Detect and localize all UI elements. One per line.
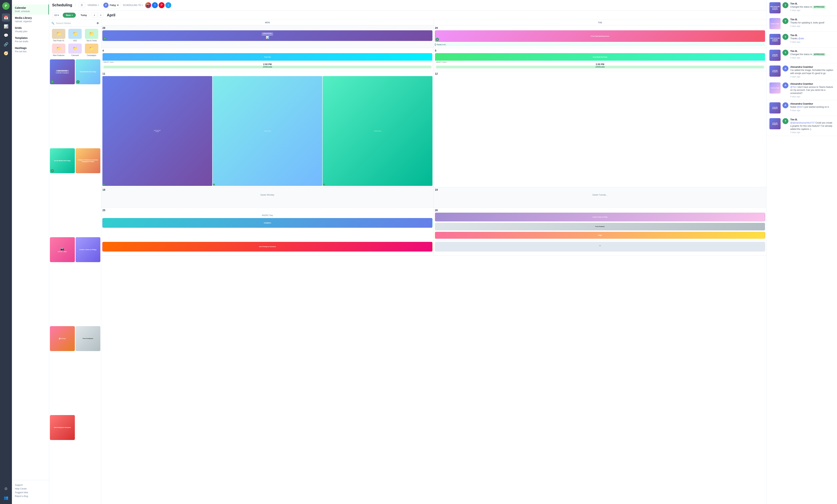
- media-search-bar: 🔍 ⚙: [49, 20, 101, 26]
- sidebar-item-templates[interactable]: Templates Pre-set drafts: [12, 35, 49, 45]
- search-icon: 🔍: [51, 22, 54, 24]
- avatar-alex-2: A: [782, 82, 788, 88]
- calendar-day-next1[interactable]: Auto Posting for Carousels: [101, 241, 434, 256]
- calendar-day-11[interactable]: 11 NEW FEATURE LinkedIn ✓: [101, 71, 434, 187]
- instagram-icon[interactable]: 📷: [145, 2, 151, 8]
- post-card-post-feedback[interactable]: Post Feedback: [435, 223, 765, 230]
- post-card-hashtags[interactable]: #ags: [435, 232, 765, 239]
- thanks-post[interactable]: Thanks to th...: [435, 43, 765, 46]
- nav-compass[interactable]: 🧭: [2, 49, 10, 57]
- activity-body-7: Alexandra Ceambur Noted @tim! I just sta…: [790, 102, 834, 113]
- calendar-day-4[interactable]: 4 Tricks Tips DRAFT: HAS... 2:00 PM APPR…: [101, 48, 434, 71]
- activity-thumb-3[interactable]: NEW FEATURELinkedIn Analytics: [769, 34, 781, 45]
- activity-thumb-5[interactable]: LinkedIn Analytics: [769, 66, 781, 77]
- nav-links[interactable]: 🔗: [2, 40, 10, 49]
- calendar-day-19[interactable]: 19 Easter Tuesda...: [434, 187, 766, 207]
- post-card-linkedin-analytics[interactable]: NEW FEATURE LinkedIn Analytics 📊 ✓: [102, 30, 432, 41]
- sidebar-item-calendar-subtitle: Draft, schedule: [15, 10, 46, 13]
- post-card-draft-5[interactable]: Social Media Red Flags DRAFT: SOCI... 2:…: [435, 53, 765, 69]
- media-panel: 🔍 ⚙ 📁 Test Posts #1 📁 UGC 📁 Tips & Trick…: [49, 20, 101, 504]
- activity-thumb-7[interactable]: LinkedIn Analytics: [769, 102, 781, 113]
- post-thumb-carousel[interactable]: Auto Posting for Carousels: [50, 415, 75, 440]
- calendar-day-12[interactable]: 12: [434, 71, 766, 187]
- calendar-day-29[interactable]: 29 A Four Step Marketing Funnel ✓ Thanks…: [434, 25, 766, 48]
- gear-icon[interactable]: ⚙: [96, 22, 99, 24]
- post-card-auto-posting[interactable]: Auto Posting for Carousels: [102, 242, 432, 251]
- post-thumb-social2[interactable]: Social Media Red Flags ✓: [50, 148, 75, 173]
- twitter-icon[interactable]: t: [165, 2, 171, 8]
- post-thumb-create-team[interactable]: Create a Team on Pallyy: [76, 237, 101, 262]
- post-thumb-11-1[interactable]: NEW FEATURE LinkedIn ✓: [102, 76, 212, 186]
- nav-calendar[interactable]: 📅: [2, 13, 10, 22]
- chevron-down-icon: ▾: [57, 14, 59, 17]
- calendar-day-26[interactable]: 26 Create a Team on Pallyy Post Feedback: [434, 208, 766, 241]
- calendar-day-28[interactable]: 28 NEW FEATURE LinkedIn Analytics 📊 ✓: [101, 25, 434, 48]
- folder-test-posts[interactable]: 📁 Test Posts #1: [51, 29, 66, 42]
- hamburger-button[interactable]: ☰: [78, 3, 85, 8]
- checkmark-icon-4: ✓: [103, 37, 106, 40]
- topbar-divider: [75, 3, 75, 7]
- post-thumb-instagram-tips[interactable]: 📷 Let's m... alize:: [50, 237, 75, 262]
- folder-tips-icon: 📁: [85, 29, 98, 39]
- post-card-draft-4[interactable]: Tricks Tips DRAFT: HAS... 2:00 PM APPROV…: [102, 53, 432, 69]
- folder-carousel[interactable]: 📁 Carousel: [68, 43, 82, 56]
- activity-text-4: Changed the status to APPROVED: [790, 53, 834, 56]
- new-post-button[interactable]: New +: [63, 13, 76, 18]
- nav-settings[interactable]: ⚙: [2, 485, 10, 493]
- post-thumb-social1[interactable]: Social Media Red Flags ✓: [76, 59, 101, 84]
- post-thumb-hashtags[interactable]: # Hashtags: [50, 326, 75, 351]
- folder-tips-tricks[interactable]: 📁 Tips & Tricks: [84, 29, 99, 42]
- nav-comments[interactable]: 💬: [2, 31, 10, 39]
- pinterest-icon[interactable]: P: [159, 2, 164, 8]
- post-thumb-linkedin[interactable]: NEW FEATURE LinkedIn Analytics ✓: [50, 59, 75, 84]
- folder-grid: 📁 Test Posts #1 📁 UGC 📁 Tips & Tricks 📁 …: [49, 26, 101, 59]
- nav-people[interactable]: 👥: [2, 493, 10, 502]
- prev-month-button[interactable]: ‹: [92, 12, 97, 18]
- post-time: 2:00 PM: [104, 63, 431, 66]
- today-button[interactable]: Today: [78, 13, 90, 18]
- avatar-tim-3: T: [782, 34, 788, 40]
- sidebar-item-grids[interactable]: Grids Visually plan: [12, 24, 49, 35]
- folder-new-features[interactable]: 📁 New Features: [51, 43, 66, 56]
- sidebar-help-link[interactable]: Help Center: [15, 487, 46, 491]
- app-logo[interactable]: P: [2, 2, 10, 10]
- activity-text-3: Thanks @alle: [790, 37, 834, 40]
- activity-thumb-1[interactable]: NEW FEATURELinkedIn Analytics: [769, 2, 781, 13]
- sidebar-bug-link[interactable]: Report a Bug: [15, 494, 46, 498]
- search-input[interactable]: [56, 22, 95, 24]
- sidebar-item-calendar[interactable]: Calendar Draft, schedule: [12, 4, 49, 15]
- sidebar-suggest-link[interactable]: Suggest Idea: [15, 491, 46, 494]
- post-thumb-tips[interactable]: 5 Ways to Revive an Inactive Instagram P…: [76, 148, 101, 173]
- activity-time-3: 9 days ago: [790, 41, 834, 43]
- activity-time-8: 9 days ago: [790, 131, 834, 133]
- nav-analytics[interactable]: 📊: [2, 22, 10, 31]
- post-thumb-11-2[interactable]: Social Red Flags ✓: [213, 76, 322, 186]
- filter-dropdown[interactable]: All ▾: [52, 13, 61, 18]
- calendar-day-18[interactable]: 18 Easter Monday: [101, 187, 434, 207]
- activity-thumb-4[interactable]: LinkedIn Analytics: [769, 50, 781, 61]
- post-card-analytics[interactable]: Analytics: [102, 218, 432, 228]
- account-logo: P: [103, 3, 109, 8]
- calendar-day-5[interactable]: 5 Social Media Red Flags DRAFT: SOCI... …: [434, 48, 766, 71]
- calendar-day-next2[interactable]: ": [434, 241, 766, 256]
- account-selector[interactable]: P Pallyy ▾: [101, 2, 121, 9]
- calendar-day-25[interactable]: 25 ANZAC Day Analytics: [101, 208, 434, 241]
- activity-thumb-6[interactable]: Create a Team: [769, 82, 781, 94]
- folder-campaigns[interactable]: 📁 Campaigns: [84, 43, 99, 56]
- easter-monday-label: Easter Monday: [102, 194, 432, 196]
- folder-ugc[interactable]: 📁 UGC: [68, 29, 82, 42]
- post-card-quote[interactable]: ": [435, 242, 765, 251]
- day-number: 4: [102, 49, 432, 52]
- post-card-funnel[interactable]: A Four Step Marketing Funnel ✓: [435, 30, 765, 42]
- checkmark-icon-2: ✓: [76, 80, 80, 83]
- activity-thumb-8[interactable]: LinkedIn Analytics: [769, 118, 781, 129]
- sidebar-item-hashtags[interactable]: Hashtags Pre-set lists: [12, 45, 49, 55]
- next-month-button[interactable]: ›: [98, 12, 104, 18]
- sidebar-support-link[interactable]: Support: [15, 483, 46, 487]
- facebook-icon[interactable]: f: [152, 2, 158, 8]
- sidebar-item-media-library[interactable]: Media Library Upload, organize: [12, 15, 49, 24]
- activity-thumb-2[interactable]: Create a Team: [769, 18, 781, 29]
- post-thumb-post-feedback[interactable]: Post Feedback: [76, 326, 101, 351]
- post-thumb-11-3[interactable]: Social Red Flags ✓: [323, 76, 432, 186]
- post-card-create-team[interactable]: Create a Team on Pallyy: [435, 213, 765, 221]
